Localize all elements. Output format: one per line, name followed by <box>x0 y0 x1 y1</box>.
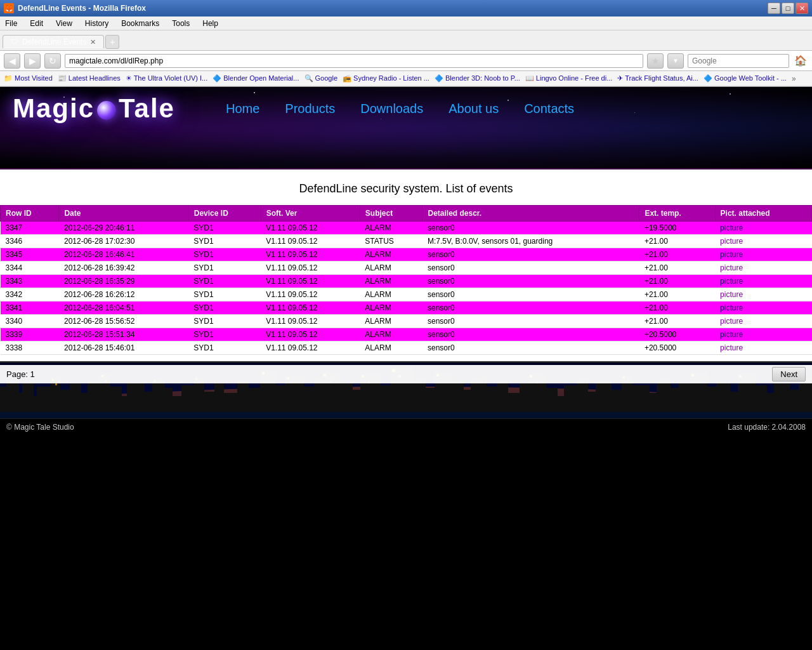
menu-tools[interactable]: Tools <box>169 18 192 29</box>
title-bar: 🦊 DefendLine Events - Mozilla Firefox ─ … <box>0 0 812 17</box>
picture-link[interactable]: picture <box>720 303 743 312</box>
url-input[interactable] <box>65 54 643 68</box>
bookmark-item[interactable]: 📁 Most Visited <box>4 74 53 83</box>
table-row: 33472012-06-29 20:46:11SYD1V1.11 09.05.1… <box>1 222 812 235</box>
bookmark-item[interactable]: 📖 Lingvo Online - Free di... <box>525 74 613 83</box>
table-row: 33442012-06-28 16:39:42SYD1V1.11 09.05.1… <box>1 262 812 275</box>
table-cell: +21.00 <box>639 235 715 248</box>
menu-edit[interactable]: Edit <box>27 18 46 29</box>
bookmark-item[interactable]: 🔷 Google Web Toolkit - ... <box>704 74 787 83</box>
next-button[interactable]: Next <box>772 367 806 381</box>
table-cell: ALARM <box>360 315 422 328</box>
table-cell: sensor0 <box>422 248 639 262</box>
picture-cell: picture <box>715 235 811 248</box>
table-cell: +21.00 <box>639 302 715 315</box>
table-cell: V1.11 09.05.12 <box>261 288 360 302</box>
nav-downloads[interactable]: Downloads <box>348 96 436 121</box>
home-button[interactable]: 🏠 <box>793 53 808 69</box>
bookmark-item[interactable]: 🔍 Google <box>304 74 338 83</box>
menu-help[interactable]: Help <box>200 18 221 29</box>
picture-link[interactable]: picture <box>720 330 743 339</box>
nav-home[interactable]: Home <box>213 96 272 121</box>
nav-products[interactable]: Products <box>272 96 348 121</box>
table-cell: SYD1 <box>188 302 261 315</box>
window-title: DefendLine Events - Mozilla Firefox <box>18 4 146 13</box>
picture-link[interactable]: picture <box>720 223 743 232</box>
events-table: Row ID Date Device ID Soft. Ver Subject … <box>0 205 812 355</box>
menu-bar: FileEditViewHistoryBookmarksToolsHelp <box>0 17 812 30</box>
copyright-text: © Magic Tale Studio <box>6 423 74 432</box>
picture-cell: picture <box>715 222 811 235</box>
page-content: MagicTale Home Products Downloads About … <box>0 87 812 435</box>
table-row: 33392012-06-28 15:51:34SYD1V1.11 09.05.1… <box>1 328 812 342</box>
bookmark-item[interactable]: 🔷 Blender 3D: Noob to P... <box>435 74 520 83</box>
table-cell: ALARM <box>360 328 422 342</box>
table-cell: SYD1 <box>188 262 261 275</box>
col-device-id: Device ID <box>188 206 261 222</box>
table-cell: 2012-06-28 16:04:51 <box>59 302 188 315</box>
picture-cell: picture <box>715 288 811 302</box>
page-number: Page: 1 <box>6 369 35 379</box>
table-row: 33412012-06-28 16:04:51SYD1V1.11 09.05.1… <box>1 302 812 315</box>
menu-file[interactable]: File <box>3 18 20 29</box>
picture-link[interactable]: picture <box>720 277 743 286</box>
pagination-bar: Page: 1 Next <box>0 365 812 383</box>
logo-orb <box>97 101 116 120</box>
main-nav: Home Products Downloads About us Contact… <box>213 96 587 121</box>
picture-link[interactable]: picture <box>720 343 743 352</box>
bookmark-item[interactable]: 📻 Sydney Radio - Listen ... <box>343 74 429 83</box>
bookmark-item[interactable]: ✈ Track Flight Status, Ai... <box>617 74 698 83</box>
last-update-text: Last update: 2.04.2008 <box>728 423 806 432</box>
picture-link[interactable]: picture <box>720 317 743 326</box>
picture-link[interactable]: picture <box>720 290 743 299</box>
picture-link[interactable]: picture <box>720 250 743 259</box>
table-cell: sensor0 <box>422 275 639 288</box>
menu-bookmarks[interactable]: Bookmarks <box>119 18 162 29</box>
new-tab-button[interactable]: + <box>105 35 119 49</box>
table-cell: V1.11 09.05.12 <box>261 302 360 315</box>
back-button[interactable]: ◀ <box>4 53 20 69</box>
table-row: 33432012-06-28 16:35:29SYD1V1.11 09.05.1… <box>1 275 812 288</box>
nav-about[interactable]: About us <box>436 96 511 121</box>
forward-button[interactable]: ▶ <box>24 53 41 69</box>
table-cell: 2012-06-28 15:56:52 <box>59 315 188 328</box>
table-cell: M:7.5V, B:0.0V, sensors 01, guarding <box>422 235 639 248</box>
table-cell: +21.00 <box>639 248 715 262</box>
bookmark-item[interactable]: 📰 Latest Headlines <box>58 74 121 83</box>
tab-favicon: 🛡 <box>11 37 18 46</box>
nav-contacts[interactable]: Contacts <box>511 96 587 121</box>
minimize-button[interactable]: ─ <box>768 3 780 14</box>
more-bookmarks-icon[interactable]: » <box>792 74 796 83</box>
search-input[interactable] <box>688 54 789 68</box>
menu-view[interactable]: View <box>53 18 75 29</box>
picture-cell: picture <box>715 328 811 342</box>
bookmark-star-icon[interactable]: ★ <box>647 53 664 69</box>
bookmark-down-icon[interactable]: ▼ <box>667 53 684 69</box>
table-cell: 3346 <box>1 235 59 248</box>
svg-rect-93 <box>0 412 812 418</box>
table-cell: ALARM <box>360 262 422 275</box>
menu-history[interactable]: History <box>82 18 111 29</box>
table-cell: 3345 <box>1 248 59 262</box>
col-detailed-descr: Detailed descr. <box>422 206 639 222</box>
picture-link[interactable]: picture <box>720 263 743 272</box>
refresh-button[interactable]: ↻ <box>44 53 61 69</box>
picture-link[interactable]: picture <box>720 237 743 246</box>
window-controls: ─ □ ✕ <box>768 3 808 14</box>
tab-close-icon[interactable]: ✕ <box>90 38 96 46</box>
bookmark-item[interactable]: 🔷 Blender Open Material... <box>213 74 299 83</box>
picture-cell: picture <box>715 342 811 355</box>
table-cell: +21.00 <box>639 262 715 275</box>
close-button[interactable]: ✕ <box>796 3 808 14</box>
bookmark-item[interactable]: ☀ The Ultra Violet (UV) I... <box>126 74 207 83</box>
table-cell: 3339 <box>1 328 59 342</box>
maximize-button[interactable]: □ <box>782 3 794 14</box>
table-cell: sensor0 <box>422 302 639 315</box>
col-ext-temp: Ext. temp. <box>639 206 715 222</box>
browser-chrome: 🦊 DefendLine Events - Mozilla Firefox ─ … <box>0 0 812 87</box>
picture-cell: picture <box>715 315 811 328</box>
table-row: 33462012-06-28 17:02:30SYD1V1.11 09.05.1… <box>1 235 812 248</box>
table-cell: 3343 <box>1 275 59 288</box>
logo[interactable]: MagicTale <box>13 93 175 124</box>
active-tab[interactable]: 🛡 DefendLine Events ✕ <box>3 35 104 48</box>
